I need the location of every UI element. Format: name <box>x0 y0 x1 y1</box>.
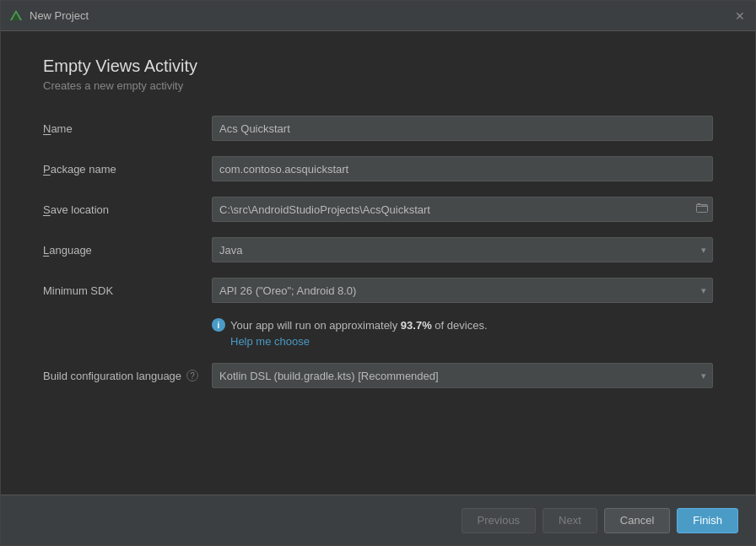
device-info-text: Your app will run on approximately 93.7%… <box>230 319 488 332</box>
device-info-box: i Your app will run on approximately 93.… <box>212 318 713 348</box>
name-label: Name <box>43 122 212 135</box>
min-sdk-row: Minimum SDK API 26 ("Oreo"; Android 8.0)… <box>43 278 713 303</box>
save-location-row: Save location <box>43 197 713 222</box>
content-area: Empty Views Activity Creates a new empty… <box>1 31 755 495</box>
title-bar: New Project ✕ <box>1 1 755 31</box>
finish-button[interactable]: Finish <box>677 508 738 533</box>
help-me-choose-link[interactable]: Help me choose <box>230 335 713 348</box>
section-title: Empty Views Activity <box>43 57 713 76</box>
language-row: Language Java Kotlin ▾ <box>43 237 713 262</box>
package-name-row: Package name <box>43 156 713 181</box>
help-icon[interactable]: ? <box>186 370 198 381</box>
package-name-input[interactable] <box>212 156 713 181</box>
cancel-button[interactable]: Cancel <box>604 508 670 533</box>
next-button[interactable]: Next <box>543 508 597 533</box>
folder-icon[interactable] <box>696 203 708 217</box>
min-sdk-label: Minimum SDK <box>43 284 212 297</box>
save-location-label: Save location <box>43 203 212 216</box>
build-config-row: Build configuration language ? Kotlin DS… <box>43 363 713 388</box>
footer: Previous Next Cancel Finish <box>1 495 755 545</box>
android-studio-icon <box>9 9 23 23</box>
device-info-row: i Your app will run on approximately 93.… <box>212 318 713 332</box>
svg-rect-2 <box>697 205 708 213</box>
close-button[interactable]: ✕ <box>733 9 747 23</box>
previous-button[interactable]: Previous <box>462 508 537 533</box>
window-title: New Project <box>30 9 733 22</box>
name-input[interactable] <box>212 116 713 141</box>
new-project-window: New Project ✕ Empty Views Activity Creat… <box>0 0 756 546</box>
section-subtitle: Creates a new empty activity <box>43 79 713 92</box>
language-label: Language <box>43 244 212 257</box>
save-location-input[interactable] <box>212 197 713 222</box>
name-row: Name <box>43 116 713 141</box>
build-config-label: Build configuration language <box>43 370 181 382</box>
build-config-select[interactable]: Kotlin DSL (build.gradle.kts) [Recommend… <box>212 363 713 388</box>
min-sdk-select[interactable]: API 26 ("Oreo"; Android 8.0) API 21 ("Lo… <box>212 278 713 303</box>
build-config-select-wrapper: Kotlin DSL (build.gradle.kts) [Recommend… <box>212 363 713 388</box>
language-select[interactable]: Java Kotlin <box>212 237 713 262</box>
language-select-wrapper: Java Kotlin ▾ <box>212 237 713 262</box>
package-name-label: Package name <box>43 163 212 176</box>
build-config-label-group: Build configuration language ? <box>43 370 212 382</box>
info-icon: i <box>212 318 225 332</box>
min-sdk-select-wrapper: API 26 ("Oreo"; Android 8.0) API 21 ("Lo… <box>212 278 713 303</box>
save-location-field <box>212 197 713 222</box>
